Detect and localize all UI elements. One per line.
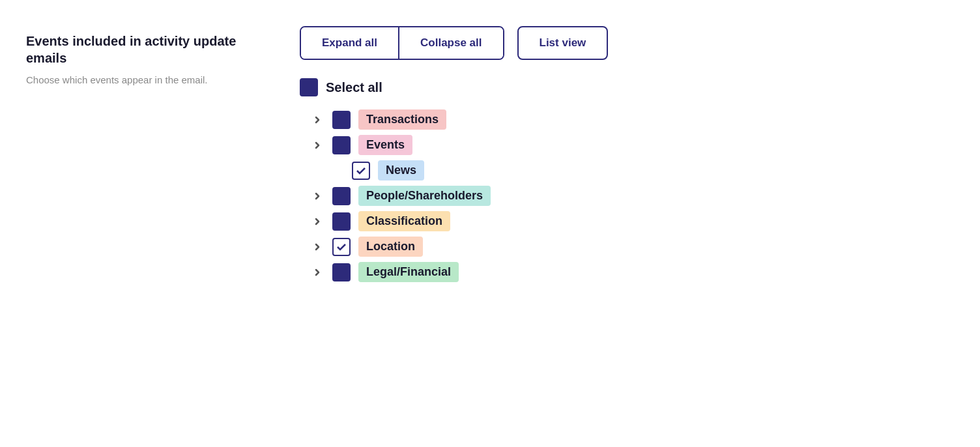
collapse-all-button[interactable]: Collapse all	[399, 27, 502, 59]
expand-chevron-icon[interactable]	[310, 138, 324, 152]
category-tag[interactable]: Classification	[358, 211, 450, 231]
page-container: Events included in activity update email…	[26, 26, 954, 285]
tree-item: Events	[310, 132, 954, 158]
select-all-checkbox[interactable]	[300, 78, 318, 96]
tree-item: News	[352, 158, 954, 183]
expand-chevron-icon[interactable]	[310, 214, 324, 229]
page-title: Events included in activity update email…	[26, 33, 248, 66]
left-panel: Events included in activity update email…	[26, 26, 248, 285]
tree-item: People/Shareholders	[310, 183, 954, 209]
tree-item: Classification	[310, 209, 954, 234]
checkbox-filled[interactable]	[332, 136, 351, 154]
tree-item: Location	[310, 234, 954, 259]
expand-collapse-group: Expand all Collapse all	[300, 26, 504, 60]
select-all-row: Select all	[300, 76, 954, 99]
checkbox-filled[interactable]	[332, 263, 351, 281]
tree-items: TransactionsEventsNewsPeople/Shareholder…	[300, 107, 954, 285]
checkbox-filled[interactable]	[332, 187, 351, 205]
category-tag[interactable]: Events	[358, 135, 412, 155]
checkbox-checked[interactable]	[332, 238, 351, 256]
category-tag[interactable]: Legal/Financial	[358, 262, 459, 282]
tree-item: Transactions	[310, 107, 954, 132]
tree-item: Legal/Financial	[310, 259, 954, 285]
checkbox-filled[interactable]	[332, 212, 351, 231]
select-all-label: Select all	[326, 80, 382, 95]
checkbox-filled[interactable]	[332, 111, 351, 129]
category-tag[interactable]: People/Shareholders	[358, 186, 491, 206]
list-view-button[interactable]: List view	[517, 26, 609, 60]
expand-chevron-icon[interactable]	[310, 265, 324, 280]
category-tag[interactable]: News	[378, 160, 424, 180]
expand-chevron-icon[interactable]	[310, 113, 324, 127]
toolbar: Expand all Collapse all List view	[300, 26, 954, 60]
expand-all-button[interactable]: Expand all	[301, 27, 399, 59]
right-panel: Expand all Collapse all List view Select…	[300, 26, 954, 285]
category-tag[interactable]: Location	[358, 237, 423, 257]
expand-chevron-icon[interactable]	[310, 189, 324, 203]
tree-container: Select all TransactionsEventsNewsPeople/…	[300, 76, 954, 285]
page-description: Choose which events appear in the email.	[26, 73, 248, 88]
expand-chevron-icon[interactable]	[310, 240, 324, 254]
category-tag[interactable]: Transactions	[358, 109, 446, 130]
checkbox-checked[interactable]	[352, 162, 370, 180]
